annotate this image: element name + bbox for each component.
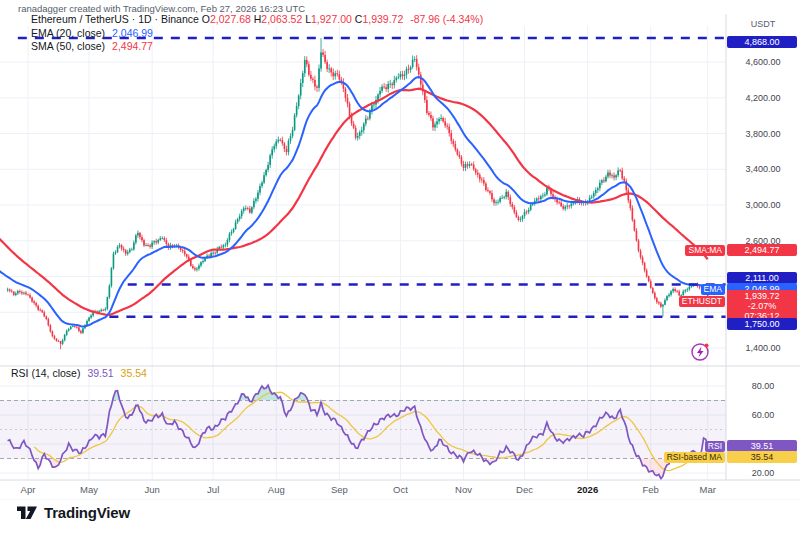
svg-text:3,000.00: 3,000.00 — [745, 200, 780, 210]
level-1750-badge: 1,750.00 — [727, 318, 797, 330]
ohlc-part: 1,927.00 — [311, 13, 352, 25]
x-axis-label-Jun: Jun — [144, 484, 159, 495]
ohlc-values: O2,027.68 H2,063.52 L1,927.00 C1,939.72 — [202, 13, 403, 25]
svg-text:4,600.00: 4,600.00 — [745, 57, 780, 67]
time-axis-labels[interactable]: AprMayJunJulAugSepOctNovDec2026FebMar — [21, 484, 716, 495]
x-axis-label-Mar: Mar — [700, 484, 716, 495]
x-axis-label-May: May — [80, 484, 98, 495]
svg-text:3,800.00: 3,800.00 — [745, 129, 780, 139]
sma-axis-badge: 2,494.77 — [727, 244, 797, 256]
x-axis-label-Apr: Apr — [21, 484, 36, 495]
rsi-label: RSI (14, close) — [11, 367, 80, 379]
svg-text:3,400.00: 3,400.00 — [745, 164, 780, 174]
tradingview-logo-text: TradingView — [44, 504, 130, 521]
level-4868-badge: 4,868.00 — [727, 36, 797, 48]
x-axis-label-2026: 2026 — [577, 484, 598, 495]
x-axis-label-Sep: Sep — [331, 484, 348, 495]
chart-plot-area[interactable]: 4,600.004,200.003,800.003,400.003,000.00… — [0, 0, 800, 500]
x-axis-label-Feb: Feb — [643, 484, 659, 495]
ohlc-part: H — [251, 13, 262, 25]
last-price-badge-chip: ETHUSDT — [679, 296, 725, 307]
rsi-ma-value: 35.54 — [121, 367, 147, 379]
svg-text:60.00: 60.00 — [752, 410, 775, 420]
svg-text:4,200.00: 4,200.00 — [745, 93, 780, 103]
tradingview-logo-icon — [16, 504, 38, 521]
rsi-ma-axis-badge-chip: RSI-based MA — [664, 452, 725, 463]
boost-lightning-icon[interactable] — [692, 344, 709, 361]
sma-legend-row[interactable]: SMA (50, close) 2,494.77 — [31, 40, 153, 52]
svg-text:80.00: 80.00 — [752, 381, 775, 391]
x-axis-label-Aug: Aug — [268, 484, 285, 495]
support-resistance-lines[interactable] — [18, 38, 726, 317]
ema-legend-row[interactable]: EMA (20, close) 2,046.99 — [31, 27, 153, 39]
rsi-ma-axis-badge: 35.54 — [727, 451, 797, 463]
symbol-title: Ethereum / TetherUS · 1D · Binance — [31, 13, 199, 25]
change-value: -87.96 (-4.34%) — [410, 13, 483, 25]
svg-text:20.00: 20.00 — [752, 468, 775, 478]
price-axis-labels: 4,600.004,200.003,800.003,400.003,000.00… — [745, 57, 780, 478]
svg-text:1,400.00: 1,400.00 — [745, 343, 780, 353]
ohlc-part: L — [302, 13, 311, 25]
price-axis-currency[interactable]: USDT — [726, 19, 800, 29]
ohlc-part: O — [202, 13, 210, 25]
sma-value: 2,494.77 — [112, 40, 153, 52]
ohlc-part: C — [352, 13, 363, 25]
ema-axis-badge-chip: EMA — [701, 284, 725, 295]
ohlc-part: 2,063.52 — [261, 13, 302, 25]
ohlc-part: 2,027.68 — [210, 13, 251, 25]
rsi-pane[interactable] — [0, 385, 726, 479]
tradingview-chart-window: 4,600.004,200.003,800.003,400.003,000.00… — [0, 0, 800, 536]
ema-value: 2,046.99 — [112, 27, 153, 39]
sma-axis-badge-chip: SMA:MA — [685, 245, 725, 256]
rsi-value: 39.51 — [87, 367, 113, 379]
rsi-axis-badge-chip: RSI — [705, 441, 725, 452]
x-axis-label-Nov: Nov — [455, 484, 472, 495]
tradingview-logo[interactable]: TradingView — [16, 504, 130, 521]
symbol-legend-row[interactable]: Ethereum / TetherUS · 1D · Binance O2,02… — [31, 13, 483, 25]
sma-label: SMA (50, close) — [31, 40, 105, 52]
x-axis-label-Dec: Dec — [516, 484, 533, 495]
ohlc-part: 1,939.72 — [362, 13, 403, 25]
x-axis-label-Oct: Oct — [393, 484, 408, 495]
ema-label: EMA (20, close) — [31, 27, 105, 39]
rsi-legend-row[interactable]: RSI (14, close) 39.51 35.54 — [11, 367, 147, 379]
x-axis-label-Jul: Jul — [207, 484, 219, 495]
